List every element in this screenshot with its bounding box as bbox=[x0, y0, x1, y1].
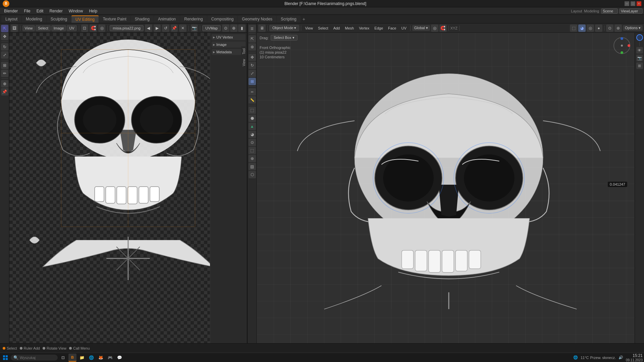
menu-blender[interactable]: Blender bbox=[1, 8, 20, 14]
vp-mesh-menu[interactable]: Mesh bbox=[343, 25, 356, 31]
vp-scale-tool[interactable]: ⤢ bbox=[249, 70, 256, 77]
uvmap-label[interactable]: UVMap bbox=[202, 25, 221, 31]
vp-uv-menu[interactable]: UV bbox=[399, 25, 409, 31]
menu-help[interactable]: Help bbox=[86, 8, 100, 14]
steam-icon[interactable]: 🎮 bbox=[106, 354, 114, 362]
tab-texture-paint[interactable]: Texture Paint bbox=[99, 16, 130, 22]
tab-shading[interactable]: Shading bbox=[131, 16, 154, 22]
vp-tool-10[interactable]: ⊙ bbox=[249, 139, 256, 146]
scale-tool-button[interactable]: ⤢ bbox=[1, 51, 8, 59]
view-tab[interactable]: View bbox=[241, 57, 247, 68]
pin-tool-button[interactable]: 📌 bbox=[1, 88, 8, 96]
vp-vertex-menu[interactable]: Vertex bbox=[357, 25, 371, 31]
image-filename[interactable]: misia.pisa22.png bbox=[110, 25, 144, 31]
editor-type-icon[interactable]: 🖼 bbox=[11, 24, 18, 32]
chrome-icon[interactable]: 🌐 bbox=[87, 354, 95, 362]
vp-add-menu[interactable]: Add bbox=[331, 25, 342, 31]
close-button[interactable]: ✕ bbox=[637, 1, 641, 6]
windows-start-icon[interactable] bbox=[1, 354, 9, 362]
vp-select-tool[interactable]: ⇱ bbox=[249, 35, 256, 43]
image-header[interactable]: ▶ Image bbox=[212, 42, 246, 48]
viewport-zoom-indicator[interactable] bbox=[636, 34, 643, 41]
vp-move-tool[interactable]: ✥ bbox=[249, 54, 256, 61]
maximize-button[interactable]: □ bbox=[631, 1, 635, 6]
vp-tool-12[interactable]: ⊕ bbox=[249, 155, 256, 162]
tab-layout[interactable]: Layout bbox=[1, 16, 21, 22]
vp-edge-menu[interactable]: Edge bbox=[372, 25, 385, 31]
firefox-icon[interactable]: 🦊 bbox=[97, 354, 105, 362]
volume-icon[interactable]: 🔊 bbox=[619, 355, 623, 360]
camera-icon[interactable]: 📷 bbox=[191, 24, 198, 32]
uv-image-button[interactable]: Image bbox=[51, 25, 66, 31]
grid-btn[interactable]: ⊞ bbox=[636, 62, 643, 69]
tab-rendering[interactable]: Rendering bbox=[180, 16, 207, 22]
mode-selector-icon[interactable]: ☰ bbox=[249, 25, 256, 32]
reload-icon[interactable]: ↺ bbox=[162, 24, 169, 32]
vp-mode-object[interactable]: Object Mode ▾ bbox=[269, 25, 299, 31]
blender-taskbar-icon[interactable]: B bbox=[68, 354, 76, 362]
taskbar-search-box[interactable]: 🔍 bbox=[11, 355, 58, 361]
gizmo-z-dot[interactable] bbox=[621, 37, 623, 40]
proportional-icon[interactable]: ◎ bbox=[98, 24, 106, 32]
proportional-edit-icon[interactable]: ◎ bbox=[431, 24, 438, 32]
scene-selector[interactable]: Scene bbox=[601, 8, 618, 14]
tab-uv-editing[interactable]: UV Editing bbox=[71, 15, 99, 23]
uv-uv-button[interactable]: UV bbox=[67, 25, 76, 31]
camera-view-btn[interactable]: 📷 bbox=[636, 55, 643, 61]
viewlayer-selector[interactable]: ViewLayer bbox=[619, 8, 643, 14]
vp-tool-14[interactable]: ⬡ bbox=[249, 171, 256, 178]
menu-edit[interactable]: Edit bbox=[34, 8, 46, 14]
options-btn[interactable]: Options ▾ bbox=[623, 25, 643, 31]
overlay-icon[interactable]: ⊙ bbox=[222, 24, 229, 32]
uv-select-button[interactable]: Select bbox=[36, 25, 51, 31]
network-icon[interactable]: 🌐 bbox=[573, 355, 578, 360]
vp-measure-tool[interactable]: 📏 bbox=[249, 96, 256, 104]
select-tool-button[interactable]: ⇱ bbox=[1, 25, 8, 32]
tab-compositing[interactable]: Compositing bbox=[207, 16, 238, 22]
minimize-button[interactable]: ─ bbox=[625, 1, 629, 6]
look-from-btn[interactable]: 👁 bbox=[636, 47, 643, 54]
vp-tool-11[interactable]: ⬚ bbox=[249, 147, 256, 154]
menu-render[interactable]: Render bbox=[47, 8, 65, 14]
menu-file[interactable]: File bbox=[21, 8, 33, 14]
transform-global-selector[interactable]: Global ▾ bbox=[412, 25, 430, 31]
wireframe-shading-btn[interactable]: ⬚ bbox=[570, 24, 577, 32]
menu-window[interactable]: Window bbox=[66, 8, 86, 14]
vp-select-menu[interactable]: Select bbox=[316, 25, 330, 31]
move-tool-button[interactable]: ✥ bbox=[1, 33, 8, 40]
vp-face-menu[interactable]: Face bbox=[386, 25, 398, 31]
annotate-tool-button[interactable]: ✏ bbox=[1, 70, 8, 77]
overlay-toggle-btn[interactable]: ⊙ bbox=[606, 24, 613, 32]
explorer-icon[interactable]: 📁 bbox=[78, 354, 86, 362]
nav-next-icon[interactable]: ▶ bbox=[154, 24, 161, 32]
tool-tab[interactable]: Tool bbox=[241, 46, 247, 56]
viewport-editor-icon[interactable]: 🖥 bbox=[258, 24, 266, 32]
nav-prev-icon[interactable]: ◀ bbox=[145, 24, 152, 32]
transform-tool-button[interactable]: ⊞ bbox=[1, 62, 8, 69]
vp-annotate-tool[interactable]: ✏ bbox=[249, 88, 256, 96]
tab-scripting[interactable]: Scripting bbox=[277, 16, 301, 22]
clock[interactable]: 15:21 09.11.2023 bbox=[626, 353, 643, 362]
search-input[interactable] bbox=[20, 356, 53, 360]
sidebar-toggle-icon[interactable]: ▮ bbox=[238, 24, 246, 32]
vp-box-select[interactable]: ⬚ bbox=[249, 107, 256, 114]
task-view-icon[interactable]: ⊡ bbox=[59, 354, 67, 362]
add-workspace-button[interactable]: + bbox=[301, 16, 307, 22]
vp-tool-9[interactable]: ◕ bbox=[249, 131, 256, 138]
app-icon-5[interactable]: 💬 bbox=[115, 354, 123, 362]
cursor-tool-button[interactable]: ⊕ bbox=[1, 80, 8, 87]
vp-cursor-tool[interactable]: ⊕ bbox=[249, 43, 256, 51]
pivot-icon[interactable]: ⊡ bbox=[81, 24, 89, 32]
metadata-header[interactable]: ▶ Metadata bbox=[212, 49, 246, 55]
material-shading-btn[interactable]: ◎ bbox=[587, 24, 594, 32]
tab-modeling[interactable]: Modeling bbox=[22, 16, 46, 22]
solid-shading-btn[interactable]: ◕ bbox=[578, 24, 586, 32]
vp-rotate-tool[interactable]: ↻ bbox=[249, 62, 256, 69]
uv-view-button[interactable]: View bbox=[22, 25, 35, 31]
gizmo-icon[interactable]: ⊕ bbox=[230, 24, 237, 32]
tab-sculpting[interactable]: Sculpting bbox=[47, 16, 71, 22]
vp-green-tool[interactable]: ▲ bbox=[249, 123, 256, 130]
tab-geometry-nodes[interactable]: Geometry Nodes bbox=[238, 16, 276, 22]
snap-icon[interactable]: 🧲 bbox=[90, 24, 97, 32]
gizmo-toggle-btn[interactable]: ⊕ bbox=[614, 24, 622, 32]
